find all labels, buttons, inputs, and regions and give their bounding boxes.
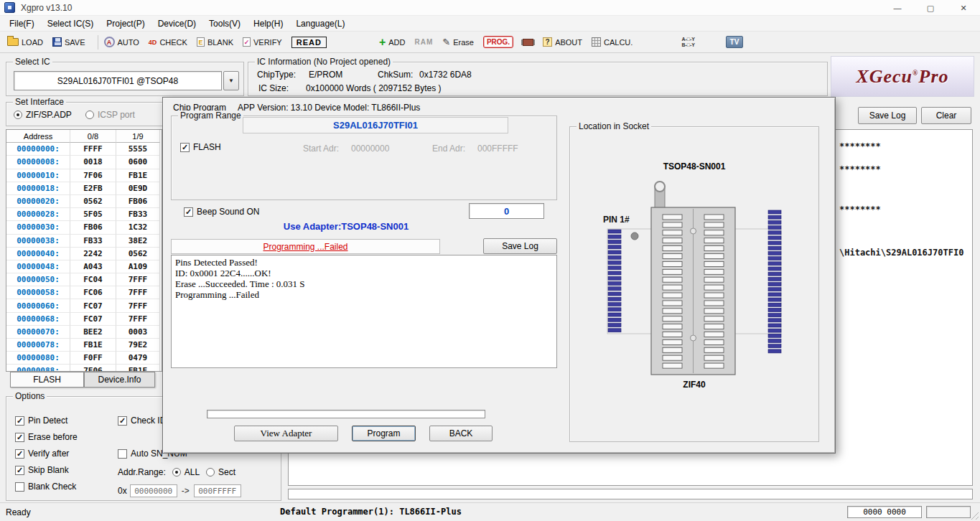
- zif-pin-slot: [663, 238, 682, 243]
- checkbox-check-id[interactable]: Check ID: [118, 414, 166, 427]
- hex-value[interactable]: 0479: [116, 352, 160, 365]
- view-adapter-button[interactable]: View Adapter: [234, 426, 338, 441]
- hex-value[interactable]: 7F06: [70, 365, 116, 372]
- close-button[interactable]: ✕: [947, 0, 980, 16]
- hex-value[interactable]: F0FF: [70, 352, 116, 365]
- save-log-button[interactable]: Save Log: [858, 107, 917, 124]
- hex-value[interactable]: FB33: [70, 235, 116, 248]
- range-end-field[interactable]: 000FFFFF: [194, 484, 241, 497]
- hex-value[interactable]: FB1E: [116, 365, 160, 372]
- hex-value[interactable]: 0562: [116, 248, 160, 260]
- hex-value[interactable]: 7FFF: [116, 286, 160, 299]
- hex-value[interactable]: FB1E: [70, 339, 116, 352]
- hex-value[interactable]: FB06: [116, 195, 160, 208]
- hex-value[interactable]: 0E9D: [116, 182, 160, 195]
- zif-pin-slot: [663, 347, 682, 352]
- hex-value[interactable]: 5F05: [70, 208, 116, 221]
- menu-item-file[interactable]: File(F): [3, 16, 41, 31]
- hex-value[interactable]: 0562: [70, 195, 116, 208]
- menu-item-device[interactable]: Device(D): [151, 16, 202, 31]
- toolbar-save-button[interactable]: SAVE: [51, 34, 87, 51]
- buffer-hex-table[interactable]: Address0/81/900000000:FFFF555500000008:0…: [6, 129, 162, 372]
- toolbar-erase-button[interactable]: ✎Erase: [441, 34, 475, 51]
- pin-header-right-pin: [768, 251, 781, 255]
- toolbar-logic-button[interactable]: A-□-Y B-□-Y: [680, 34, 696, 51]
- auto-magnifier-icon: A: [104, 37, 115, 47]
- menu-item-select-ic[interactable]: Select IC(S): [41, 16, 101, 31]
- menu-item-language[interactable]: Language(L): [289, 16, 351, 31]
- range-start-field[interactable]: 00000000: [130, 484, 177, 497]
- hex-value[interactable]: 0018: [70, 156, 116, 169]
- program-button[interactable]: Program: [352, 426, 416, 441]
- hex-value[interactable]: FB33: [116, 208, 160, 221]
- maximize-button[interactable]: ▢: [914, 0, 947, 16]
- dialog-save-log-button[interactable]: Save Log: [483, 238, 557, 254]
- tab-flash[interactable]: FLASH: [10, 372, 84, 388]
- toolbar-auto-button[interactable]: AAUTO: [103, 34, 141, 51]
- toolbar-calcu-button[interactable]: CALCU.: [590, 34, 634, 51]
- select-ic-group: Select IC S29AL016J70TFI01 @TSOP48 ▼: [6, 62, 244, 96]
- success-count-display: 0: [469, 203, 544, 219]
- hex-value[interactable]: 0003: [116, 326, 160, 339]
- hex-value[interactable]: A043: [70, 260, 116, 273]
- toolbar-load-button[interactable]: LOAD: [6, 34, 45, 51]
- zif-pin-slot: [704, 261, 724, 266]
- toolbar-blank-button[interactable]: EBLANK: [195, 34, 235, 51]
- range-arrow-label: ->: [182, 486, 190, 496]
- hex-value[interactable]: A109: [116, 260, 160, 273]
- hex-value[interactable]: FFFF: [70, 143, 116, 156]
- toolbar-verify-button[interactable]: ✓VERIFY: [241, 34, 284, 51]
- checkbox-label: Check ID: [131, 416, 166, 426]
- hex-value[interactable]: 1C32: [116, 221, 160, 234]
- end-adr-label: End Adr:: [432, 144, 465, 154]
- menu-item-tools[interactable]: Tools(V): [202, 16, 247, 31]
- checkbox-beep-sound[interactable]: Beep Sound ON: [184, 205, 259, 218]
- radio-icsp-port[interactable]: ICSP port: [85, 108, 135, 121]
- toolbar-prog-button[interactable]: PROG.: [482, 34, 515, 51]
- toolbar-read-button[interactable]: READ: [290, 34, 328, 51]
- hex-value[interactable]: 7FFF: [116, 299, 160, 312]
- hex-value[interactable]: 38E2: [116, 235, 160, 248]
- minimize-button[interactable]: —: [881, 0, 914, 16]
- hex-value[interactable]: 2242: [70, 248, 116, 260]
- hex-value[interactable]: 79E2: [116, 339, 160, 352]
- hex-address: 00000070:: [6, 326, 70, 339]
- hex-value[interactable]: FC04: [70, 273, 116, 286]
- pin-header-left-pin: [608, 271, 621, 275]
- hex-value[interactable]: E2FB: [70, 182, 116, 195]
- chip-type-label: ChipType:: [257, 70, 296, 80]
- checkbox-label: FLASH: [193, 142, 221, 152]
- ic-select-combobox[interactable]: S29AL016J70TFI01 @TSOP48: [14, 71, 222, 90]
- toolbar-check-button[interactable]: 4DCHECK: [147, 34, 189, 51]
- dialog-log-area[interactable]: Pins Detected Passed!ID: 0x0001 22C4....…: [171, 255, 557, 368]
- hex-value[interactable]: FC07: [70, 313, 116, 326]
- toolbar-ram-button[interactable]: RAM: [413, 34, 434, 51]
- toolbar-add-button[interactable]: +ADD: [378, 34, 407, 51]
- hex-value[interactable]: 5555: [116, 143, 160, 156]
- hex-value[interactable]: FC06: [70, 286, 116, 299]
- radio-sect[interactable]: Sect: [206, 467, 235, 477]
- hex-value[interactable]: 0600: [116, 156, 160, 169]
- toolbar-chip-button[interactable]: [521, 34, 535, 51]
- hex-value[interactable]: FB06: [70, 221, 116, 234]
- back-button[interactable]: BACK: [429, 426, 493, 441]
- ic-combo-dropdown-button[interactable]: ▼: [223, 71, 239, 90]
- menu-item-help[interactable]: Help(H): [247, 16, 289, 31]
- clear-button[interactable]: Clear: [921, 107, 971, 124]
- hex-value[interactable]: BEE2: [70, 326, 116, 339]
- hex-value[interactable]: FC07: [70, 299, 116, 312]
- radio-label: ALL: [185, 467, 200, 477]
- hex-value[interactable]: 7FFF: [116, 313, 160, 326]
- toolbar-tv-button[interactable]: TV: [724, 34, 745, 51]
- tab-device-info[interactable]: Device.Info: [84, 372, 155, 388]
- log-line: Programming ...Failed: [175, 289, 553, 300]
- toolbar-about-button[interactable]: ?ABOUT: [541, 34, 584, 51]
- radio-zif-sp-adp[interactable]: ZIF/SP.ADP: [14, 108, 72, 121]
- menu-item-project[interactable]: Project(P): [100, 16, 151, 31]
- radio-all[interactable]: ALL: [172, 467, 200, 477]
- hex-value[interactable]: 7F06: [70, 169, 116, 182]
- checkbox-flash[interactable]: FLASH: [180, 141, 221, 154]
- hex-value[interactable]: 7FFF: [116, 273, 160, 286]
- hex-value[interactable]: FB1E: [116, 169, 160, 182]
- zif-pin-slot: [663, 269, 682, 274]
